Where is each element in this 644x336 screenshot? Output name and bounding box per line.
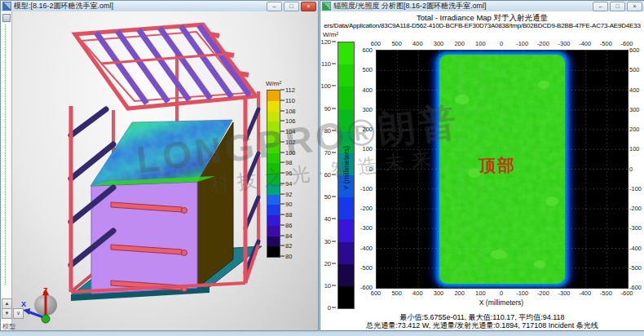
tick-label: 102 [280,138,296,145]
tick-label: 92 [280,190,292,197]
colorbar-segment [267,132,280,143]
chevron-down-icon[interactable]: ∨ [13,308,24,319]
tick-label: -500 [629,263,642,271]
tick-label: 110 [321,60,336,68]
tick-label: 400 [412,40,423,47]
minimize-button[interactable]: – [267,2,282,11]
tick-label: 400 [629,86,640,93]
map-window-client: Total - Irradiance Map 对于入射光通量 ers/Data/… [320,11,644,330]
colorbar-segment [267,195,280,206]
tick-label: -200 [537,40,549,47]
tick-label: 80 [324,126,336,134]
close-button[interactable]: × [301,2,316,11]
tick-label: 94 [280,179,292,187]
tick-label: 0 [328,304,336,312]
tick-label: 400 [412,290,423,297]
colorbar-segment [338,219,354,241]
tick-label: 100 [362,145,373,153]
colorbar-segment [267,153,280,164]
colorbar-segment [338,64,354,86]
tick-label: -300 [558,40,570,47]
tick-label: 20 [324,259,336,267]
colorbar-segment [267,237,280,247]
colorbar-segment [338,286,354,308]
colorbar-segment [338,242,354,264]
tick-label: 0 [369,165,373,172]
restore-button[interactable]: □ [610,2,625,11]
tick-label: 400 [362,86,373,93]
colorbar-segment [338,42,354,64]
maximize-button[interactable]: □ [284,2,299,11]
model-viewport[interactable]: ▲ ▼ ∨ 模型 [1,11,318,330]
map-window-titlebar[interactable]: 辐照度/光照度 分析图[8.16-2圆环糖洗手室.oml] – □ × [320,1,644,12]
stats-line-flux: 总光通量:73.412 W, 光通量/发射光通量:0.1894, 717108 … [320,321,644,330]
colorbar-segment [267,91,280,101]
tick-label: -300 [360,224,373,232]
tick-label: -400 [360,244,373,251]
x-axis-ticks-top: 6005004003002001000-100-200-300-400-500-… [376,40,627,47]
tick-label: 90 [324,104,336,112]
tick-label: 100 [475,290,486,297]
tick-label: 86 [280,221,292,228]
tick-label: 60 [324,171,336,179]
x-axis-ticks-bottom: 6005004003002001000-100-200-300-400-500-… [376,290,627,297]
tick-label: -100 [516,40,528,47]
colorbar-segment [267,122,280,132]
tick-label: 300 [629,105,640,113]
legend-colorbar [267,90,280,258]
minimize-button[interactable]: – [593,2,608,11]
model-legend: W/m² 11211010810610410210098969492908886… [264,80,311,268]
triad-z-label: Z [43,286,48,294]
legend-tick-labels: 1121101081061041021009896949290888684828… [280,90,308,256]
tick-label: 10 [324,281,336,289]
colorbar-segment [338,109,354,131]
map-file-path: ers/Data/Application/83C9A118-D562-410D-… [320,22,644,29]
colorbar-segment [338,197,354,219]
colorbar-segment [338,264,354,286]
colorbar-segment [267,205,280,215]
y-axis-ticks-right: 6005004003002001000-100-200-300-400-500-… [629,50,644,287]
tick-label: 500 [362,66,373,73]
tick-label: 90 [280,201,292,208]
tick-label: 600 [629,46,640,54]
tick-label: 110 [280,96,295,104]
map-window-icon [322,2,331,11]
irradiance-heatmap[interactable]: 顶部 [376,50,629,289]
collapsed-tree-panel[interactable]: ▲ ▼ [1,11,12,330]
tick-label: 50 [324,193,336,201]
y-axis-title: Y (millimeters) [342,146,351,190]
model-window-titlebar[interactable]: 模型:[8.16-2圆环糖洗手室.oml] – □ × [1,1,318,12]
close-button[interactable]: × [627,2,642,11]
map-window-title: 辐照度/光照度 分析图[8.16-2圆环糖洗手室.oml] [333,1,590,11]
tick-label: -300 [558,290,570,297]
model-tab-label[interactable]: 模型 [2,322,15,330]
tick-label: 500 [391,40,402,47]
tick-label: 600 [371,290,382,297]
tick-label: 200 [454,40,465,47]
tick-label: 98 [280,159,292,166]
tick-label: 70 [324,148,336,156]
tick-label: 80 [280,253,292,260]
tick-label: 104 [280,128,296,135]
tick-label: 120 [320,38,336,46]
tick-label: 82 [280,242,292,250]
tick-label: 100 [280,148,296,156]
model-window-icon [2,2,11,11]
colorbar-segment [267,246,280,257]
tick-label: 40 [324,215,336,223]
tick-label: 88 [280,211,292,219]
colorbar-segment [267,174,280,184]
tick-label: 200 [362,126,373,133]
tick-label: 106 [280,117,296,125]
tick-label: -400 [629,244,642,251]
model-window: 模型:[8.16-2圆环糖洗手室.oml] – □ × ▲ ▼ ∨ 模型 [0,0,319,331]
3d-model-scene[interactable] [11,11,297,329]
tick-label: -200 [360,205,373,212]
tree-panel-icon[interactable] [2,14,11,22]
heatmap-annotation: 顶部 [478,156,516,175]
tick-label: 0 [500,290,503,297]
triad-x-label: X [21,300,26,308]
tick-label: 100 [475,40,486,47]
scroll-down-arrow[interactable]: ▼ [2,308,12,319]
colorbar-segment [267,112,280,122]
